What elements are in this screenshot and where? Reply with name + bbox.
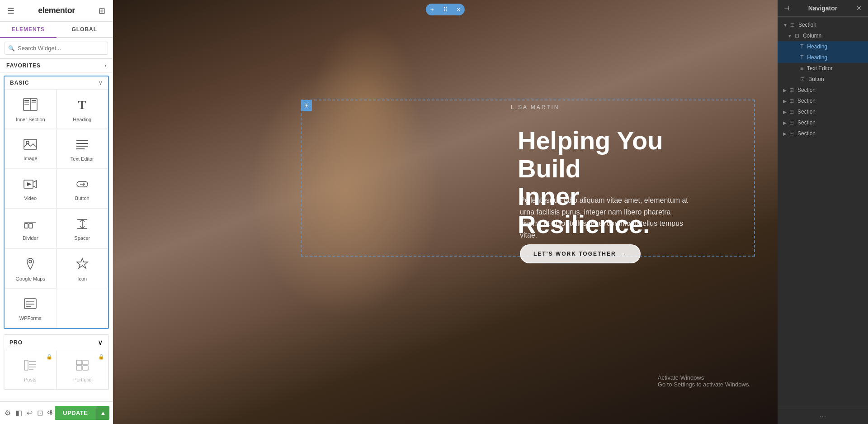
button-label: Button bbox=[75, 195, 90, 201]
widget-spacer[interactable]: Spacer bbox=[57, 209, 108, 248]
main-canvas: + ⠿ × ⊞ LISA MARTIN Helping You Build In… bbox=[113, 0, 778, 424]
navigator-sidebar-icon[interactable]: ⊣ bbox=[784, 5, 789, 12]
wpforms-label: WPForms bbox=[19, 315, 42, 321]
preview-icon[interactable]: 👁 bbox=[47, 409, 55, 417]
nav-section-5-chevron: ▶ bbox=[783, 120, 787, 125]
text-editor-label: Text Editor bbox=[71, 156, 94, 162]
svg-rect-20 bbox=[29, 224, 33, 228]
search-icon: 🔍 bbox=[8, 45, 15, 52]
posts-lock-icon: 🔒 bbox=[46, 354, 52, 360]
widget-wpforms[interactable]: WPForms bbox=[5, 288, 57, 328]
widget-text-editor[interactable]: Text Editor bbox=[57, 129, 108, 169]
widget-heading[interactable]: T Heading bbox=[57, 89, 108, 129]
update-arrow-button[interactable]: ▲ bbox=[96, 406, 109, 420]
favorites-row[interactable]: FAVORITES › bbox=[0, 59, 113, 73]
nav-heading-1[interactable]: ▶ T Heading bbox=[778, 41, 868, 52]
basic-section-title: BASIC bbox=[10, 80, 29, 86]
sidebar-header: ☰ elementor ⊞ bbox=[0, 0, 113, 22]
nav-section-5-label: Section bbox=[797, 119, 816, 126]
update-group: UPDATE ▲ bbox=[55, 406, 109, 420]
portfolio-lock-icon: 🔒 bbox=[98, 354, 104, 360]
widget-video[interactable]: Video bbox=[5, 169, 57, 209]
svg-rect-6 bbox=[32, 102, 36, 103]
widget-image[interactable]: Image bbox=[5, 129, 57, 169]
widget-google-maps[interactable]: Google Maps bbox=[5, 248, 57, 288]
pro-widget-grid: 🔒 Posts 🔒 bbox=[4, 350, 108, 390]
nav-column-1-label: Column bbox=[803, 33, 821, 39]
layers-icon[interactable]: ◧ bbox=[15, 409, 22, 417]
svg-rect-37 bbox=[76, 366, 82, 370]
navigator-title: Navigator bbox=[808, 5, 838, 12]
nav-button-1[interactable]: ▶ ⊡ Button bbox=[778, 74, 868, 85]
widget-posts[interactable]: 🔒 Posts bbox=[4, 350, 57, 390]
nav-button-label: Button bbox=[808, 76, 824, 82]
navigator-more[interactable]: ··· bbox=[778, 409, 868, 424]
favorites-chevron-icon: › bbox=[104, 62, 106, 69]
nav-text-editor-1[interactable]: ▶ ≡ Text Editor bbox=[778, 63, 868, 74]
navigator-close-button[interactable]: ✕ bbox=[856, 5, 862, 12]
nav-section-6-label: Section bbox=[797, 130, 816, 137]
widget-divider[interactable]: Divider bbox=[5, 209, 57, 248]
basic-widget-grid: Inner Section T Heading bbox=[5, 89, 108, 328]
spacer-label: Spacer bbox=[74, 235, 90, 241]
widget-icon[interactable]: Icon bbox=[57, 248, 108, 288]
hamburger-icon[interactable]: ☰ bbox=[7, 6, 14, 16]
heading-label: Heading bbox=[73, 117, 91, 122]
svg-rect-3 bbox=[24, 102, 29, 103]
pro-section-header[interactable]: PRO ∨ bbox=[4, 335, 108, 350]
video-icon bbox=[24, 178, 37, 193]
divider-icon bbox=[24, 218, 37, 233]
widget-button[interactable]: Button bbox=[57, 169, 108, 209]
nav-section-5-icon: ⊟ bbox=[789, 119, 794, 126]
canvas-hero: ⊞ LISA MARTIN Helping You Build Inner Re… bbox=[113, 0, 778, 424]
nav-section-4[interactable]: ▶ ⊟ Section bbox=[778, 106, 868, 117]
svg-text:T: T bbox=[78, 98, 86, 111]
canvas-add-button[interactable]: + bbox=[426, 4, 439, 15]
right-navigator: ⊣ Navigator ✕ ▼ ⊟ Section ▼ ⊡ Column ▶ T… bbox=[778, 0, 868, 424]
canvas-close-button[interactable]: × bbox=[452, 4, 465, 15]
google-maps-icon bbox=[24, 257, 37, 273]
tab-global[interactable]: GLOBAL bbox=[57, 22, 113, 37]
nav-column-1[interactable]: ▼ ⊡ Column bbox=[778, 30, 868, 41]
svg-rect-4 bbox=[24, 104, 29, 105]
update-button[interactable]: UPDATE bbox=[55, 406, 96, 420]
svg-rect-35 bbox=[76, 360, 82, 365]
nav-column-1-icon: ⊡ bbox=[795, 33, 799, 39]
settings-icon[interactable]: ⚙ bbox=[5, 409, 11, 417]
navigator-header: ⊣ Navigator ✕ bbox=[778, 0, 868, 17]
portfolio-label: Portfolio bbox=[73, 377, 91, 382]
nav-section-3[interactable]: ▶ ⊟ Section bbox=[778, 95, 868, 106]
nav-section-6[interactable]: ▶ ⊟ Section bbox=[778, 128, 868, 139]
widget-inner-section[interactable]: Inner Section bbox=[5, 89, 57, 129]
nav-text-editor-icon: ≡ bbox=[800, 65, 803, 71]
svg-point-24 bbox=[29, 260, 32, 263]
nav-section-1-icon: ⊟ bbox=[790, 22, 795, 28]
svg-marker-15 bbox=[27, 182, 32, 186]
search-input[interactable] bbox=[5, 42, 108, 55]
pro-section: PRO ∨ 🔒 Posts 🔒 bbox=[4, 334, 109, 390]
google-maps-label: Google Maps bbox=[16, 276, 45, 281]
nav-section-1[interactable]: ▼ ⊟ Section bbox=[778, 19, 868, 30]
activate-windows-watermark: Activate Windows Go to Settings to activ… bbox=[658, 374, 750, 388]
favorites-label: FAVORITES bbox=[6, 62, 41, 69]
responsive-icon[interactable]: ⊡ bbox=[37, 409, 43, 417]
nav-heading-2[interactable]: ▶ T Heading bbox=[778, 52, 868, 63]
basic-section-header[interactable]: BASIC ∨ bbox=[5, 76, 108, 89]
svg-rect-19 bbox=[24, 224, 28, 228]
nav-section-1-label: Section bbox=[798, 22, 816, 28]
nav-section-2[interactable]: ▶ ⊟ Section bbox=[778, 85, 868, 95]
image-icon bbox=[24, 138, 37, 153]
widget-portfolio[interactable]: 🔒 Portfolio bbox=[57, 350, 109, 390]
divider-label: Divider bbox=[23, 235, 38, 241]
canvas-handle-button[interactable]: ⠿ bbox=[439, 4, 452, 15]
nav-section-5[interactable]: ▶ ⊟ Section bbox=[778, 117, 868, 128]
cta-arrow-icon: → bbox=[621, 251, 627, 257]
nav-heading-1-label: Heading bbox=[807, 43, 827, 50]
history-icon[interactable]: ↩ bbox=[27, 409, 33, 417]
basic-section: BASIC ∨ Inner Section bbox=[4, 76, 109, 329]
grid-icon[interactable]: ⊞ bbox=[99, 6, 105, 16]
nav-section-3-icon: ⊟ bbox=[789, 98, 794, 104]
svg-rect-26 bbox=[24, 299, 36, 309]
hero-cta-button[interactable]: LET'S WORK TOGETHER → bbox=[520, 244, 641, 263]
tab-elements[interactable]: ELEMENTS bbox=[0, 22, 57, 38]
